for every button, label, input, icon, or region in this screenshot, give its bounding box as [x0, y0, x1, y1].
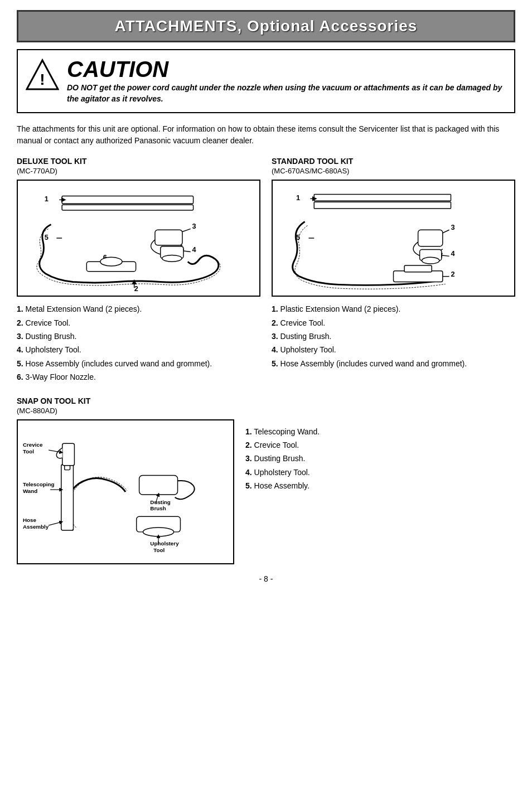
- caution-content: CAUTION DO NOT get the power cord caught…: [67, 58, 504, 104]
- tool-kits-row: DELUXE TOOL KIT (MC-770AD) 1 5 6: [17, 157, 515, 384]
- svg-text:2: 2: [451, 270, 455, 278]
- deluxe-title: DELUXE TOOL KIT: [17, 157, 260, 166]
- svg-text:Crevice: Crevice: [23, 442, 43, 448]
- list-item: 2. Crevice Tool.: [272, 316, 515, 330]
- list-item: 3. Dusting Brush.: [245, 452, 515, 465]
- svg-rect-37: [61, 464, 74, 530]
- svg-point-54: [143, 528, 174, 536]
- list-item: 4. Upholstery Tool.: [245, 466, 515, 479]
- list-item: 5. Hose Assembly (includes curved wand a…: [272, 357, 515, 370]
- list-item: 2. Crevice Tool.: [245, 438, 515, 452]
- list-item: 1. Telescoping Wand.: [245, 425, 515, 438]
- svg-rect-13: [155, 230, 182, 245]
- list-item: 2. Crevice Tool.: [17, 316, 260, 330]
- svg-text:5: 5: [45, 233, 49, 241]
- caution-box: ! CAUTION DO NOT get the power cord caug…: [17, 49, 515, 113]
- svg-text:Wand: Wand: [23, 488, 37, 494]
- svg-text:1: 1: [45, 195, 49, 203]
- svg-text:Assembly: Assembly: [23, 524, 49, 530]
- svg-text:Hose: Hose: [23, 517, 37, 523]
- deluxe-list: 1. Metal Extension Wand (2 pieces). 2. C…: [17, 302, 260, 384]
- standard-list: 1. Plastic Extension Wand (2 pieces). 2.…: [272, 302, 515, 370]
- svg-text:Tool: Tool: [23, 448, 34, 454]
- caution-title: CAUTION: [67, 58, 504, 80]
- svg-text:Brush: Brush: [150, 505, 166, 511]
- svg-text:Tool: Tool: [153, 547, 165, 553]
- deluxe-subtitle: (MC-770AD): [17, 167, 260, 175]
- list-item: 1. Plastic Extension Wand (2 pieces).: [272, 302, 515, 316]
- list-item: 3. Dusting Brush.: [272, 330, 515, 343]
- svg-text:2: 2: [134, 284, 138, 293]
- svg-text:Upholstery: Upholstery: [150, 540, 179, 546]
- standard-subtitle: (MC-670AS/MC-680AS): [272, 167, 515, 175]
- snap-on-list-col: 1. Telescoping Wand. 2. Crevice Tool. 3.…: [245, 419, 515, 564]
- svg-rect-35: [394, 271, 443, 282]
- deluxe-diagram: 1 5 6 3 4: [17, 180, 260, 297]
- snap-on-row: Crevice Tool Telescoping Wand Hose Assem…: [17, 419, 515, 564]
- svg-rect-2: [62, 196, 193, 204]
- snap-on-title: SNAP ON TOOL KIT: [17, 396, 515, 405]
- page-title: ATTACHMENTS, Optional Accessories: [18, 17, 514, 35]
- svg-point-32: [422, 258, 439, 264]
- list-item: 3. Dusting Brush.: [17, 330, 260, 343]
- snap-on-subtitle: (MC-880AD): [17, 407, 515, 415]
- list-item: 1. Metal Extension Wand (2 pieces).: [17, 302, 260, 316]
- svg-rect-36: [404, 265, 432, 272]
- svg-text:4: 4: [451, 250, 456, 258]
- svg-rect-20: [314, 195, 451, 201]
- list-item: 4. Upholstery Tool.: [272, 343, 515, 356]
- list-item: 4. Upholstery Tool.: [17, 343, 260, 356]
- page-header: ATTACHMENTS, Optional Accessories: [17, 10, 515, 42]
- list-item: 5. Hose Assembly (includes curved wand a…: [17, 357, 260, 370]
- svg-text:1: 1: [296, 194, 300, 202]
- list-item: 6. 3-Way Floor Nozzle.: [17, 370, 260, 384]
- svg-text:4: 4: [192, 245, 197, 254]
- intro-text: The attachments for this unit are option…: [17, 123, 515, 147]
- list-item: 5. Hose Assembly.: [245, 479, 515, 492]
- svg-rect-28: [418, 230, 443, 246]
- svg-text:!: !: [40, 71, 45, 88]
- caution-icon: !: [26, 58, 59, 91]
- svg-rect-3: [62, 205, 193, 210]
- svg-text:3: 3: [192, 222, 196, 231]
- snap-on-section: SNAP ON TOOL KIT (MC-880AD) Crevice Tool: [17, 396, 515, 564]
- snap-diagram: Crevice Tool Telescoping Wand Hose Assem…: [17, 419, 234, 564]
- svg-rect-39: [62, 443, 75, 465]
- standard-title: STANDARD TOOL KIT: [272, 157, 515, 166]
- svg-point-17: [162, 255, 182, 262]
- deluxe-tool-kit: DELUXE TOOL KIT (MC-770AD) 1 5 6: [17, 157, 260, 384]
- svg-text:Dusting: Dusting: [150, 499, 171, 505]
- svg-point-10: [100, 258, 122, 267]
- svg-rect-49: [139, 475, 178, 494]
- caution-text: DO NOT get the power cord caught under t…: [67, 83, 504, 104]
- snap-on-list: 1. Telescoping Wand. 2. Crevice Tool. 3.…: [245, 425, 515, 493]
- standard-tool-kit: STANDARD TOOL KIT (MC-670AS/MC-680AS) 1 …: [272, 157, 515, 384]
- svg-text:3: 3: [451, 223, 455, 231]
- svg-text:5: 5: [296, 233, 300, 241]
- svg-rect-21: [314, 202, 451, 209]
- standard-diagram: 1 5 3 4 2: [272, 180, 515, 297]
- page-number: - 8 -: [0, 574, 532, 583]
- svg-text:Telescoping: Telescoping: [23, 481, 55, 487]
- svg-line-48: [49, 522, 61, 525]
